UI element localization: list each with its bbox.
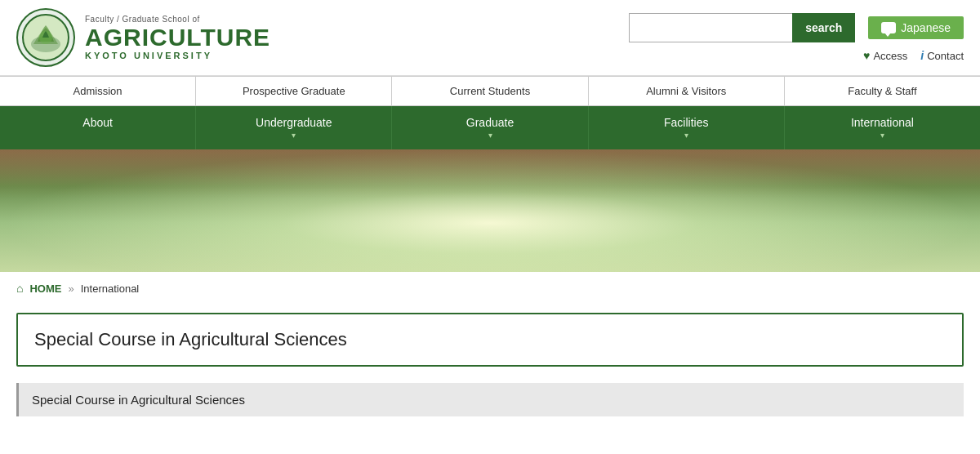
green-nav-undergraduate[interactable]: Undergraduate ▾ bbox=[196, 106, 392, 149]
breadcrumb: ⌂ HOME » International bbox=[0, 272, 980, 305]
hero-trees-bg bbox=[0, 149, 980, 272]
logo-area: Faculty / Graduate School of AGRICULTURE… bbox=[16, 8, 270, 67]
info-icon: i bbox=[920, 49, 924, 62]
logo-university: KYOTO UNIVERSITY bbox=[85, 51, 270, 60]
green-nav-international[interactable]: International ▾ bbox=[785, 106, 980, 149]
green-nav-about[interactable]: About bbox=[0, 106, 196, 149]
page-title: Special Course in Agricultural Sciences bbox=[34, 329, 347, 349]
chevron-down-icon: ▾ bbox=[880, 131, 884, 140]
top-nav-admission[interactable]: Admission bbox=[0, 77, 196, 105]
green-nav-facilities[interactable]: Facilities ▾ bbox=[589, 106, 785, 149]
logo-icon bbox=[16, 8, 75, 67]
breadcrumb-current: International bbox=[81, 283, 140, 295]
green-nav: About Undergraduate ▾ Graduate ▾ Facilit… bbox=[0, 106, 980, 149]
chevron-down-icon: ▾ bbox=[684, 131, 688, 140]
links-row: ♥ Access i Contact bbox=[863, 49, 964, 62]
contact-link[interactable]: i Contact bbox=[920, 49, 964, 62]
page-title-box: Special Course in Agricultural Sciences bbox=[16, 313, 964, 367]
chevron-down-icon: ▾ bbox=[292, 131, 296, 140]
search-button[interactable]: search bbox=[792, 13, 855, 42]
top-nav: Admission Prospective Graduate Current S… bbox=[0, 76, 980, 106]
logo-subtitle: Faculty / Graduate School of bbox=[85, 15, 270, 24]
contact-label: Contact bbox=[927, 50, 964, 62]
japanese-label: Japanese bbox=[901, 21, 951, 34]
japanese-button[interactable]: Japanese bbox=[868, 16, 964, 39]
search-input[interactable] bbox=[629, 13, 792, 42]
site-header: Faculty / Graduate School of AGRICULTURE… bbox=[0, 0, 980, 76]
speech-bubble-icon bbox=[881, 22, 896, 33]
section-header-text: Special Course in Agricultural Sciences bbox=[32, 393, 245, 407]
header-right: search Japanese ♥ Access i Contact bbox=[629, 13, 964, 62]
green-nav-graduate[interactable]: Graduate ▾ bbox=[392, 106, 588, 149]
hero-image bbox=[0, 149, 980, 272]
access-link[interactable]: ♥ Access bbox=[863, 49, 907, 62]
access-label: Access bbox=[873, 50, 907, 62]
breadcrumb-separator: » bbox=[68, 283, 74, 295]
breadcrumb-home-link[interactable]: HOME bbox=[29, 283, 61, 295]
section-header: Special Course in Agricultural Sciences bbox=[16, 383, 964, 416]
top-nav-current-students[interactable]: Current Students bbox=[392, 77, 588, 105]
home-icon: ⌂ bbox=[16, 282, 23, 295]
pin-icon: ♥ bbox=[863, 49, 870, 62]
top-nav-alumni-visitors[interactable]: Alumni & Visitors bbox=[589, 77, 785, 105]
top-nav-prospective-graduate[interactable]: Prospective Graduate bbox=[196, 77, 392, 105]
search-row: search bbox=[629, 13, 855, 42]
chevron-down-icon: ▾ bbox=[488, 131, 492, 140]
logo-svg bbox=[21, 13, 70, 62]
logo-title: AGRICULTURE bbox=[85, 24, 270, 51]
top-nav-faculty-staff[interactable]: Faculty & Staff bbox=[785, 77, 980, 105]
logo-text: Faculty / Graduate School of AGRICULTURE… bbox=[85, 15, 270, 60]
